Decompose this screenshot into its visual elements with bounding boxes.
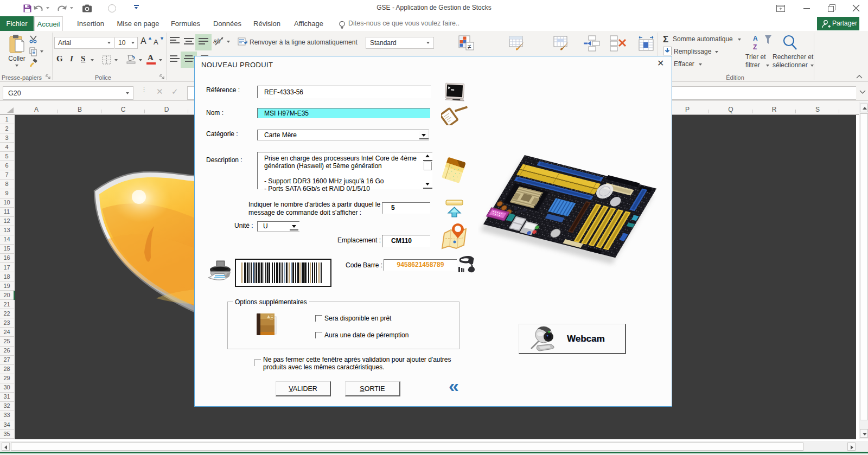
svg-text:≠: ≠ bbox=[468, 43, 471, 50]
svg-text:Z: Z bbox=[753, 43, 757, 51]
svg-text:A: A bbox=[753, 35, 758, 42]
